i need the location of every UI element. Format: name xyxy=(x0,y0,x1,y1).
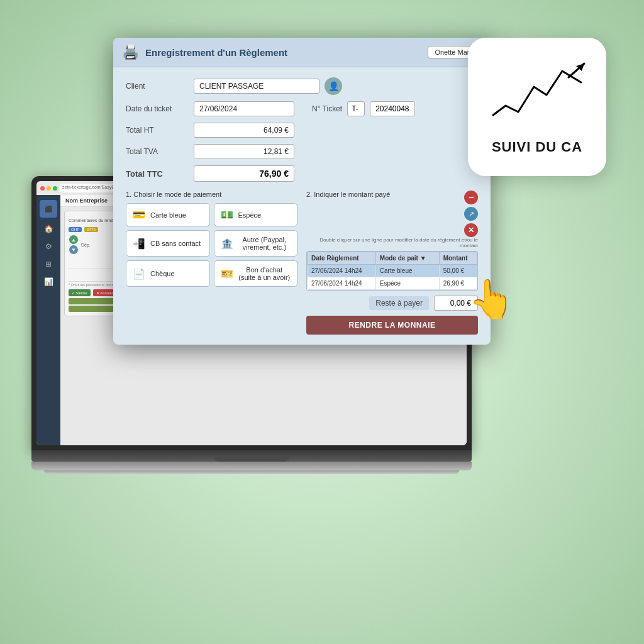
date-ticket-row: Date du ticket 27/06/2024 N° Ticket T- 2… xyxy=(126,101,478,116)
suivi-du-ca-badge: SUIVI DU CA xyxy=(468,38,606,176)
suivi-chart xyxy=(487,58,587,134)
col-dep: Dép. xyxy=(81,243,113,247)
espece-label: Espèce xyxy=(238,211,262,219)
total-ttc-label: Total TTC xyxy=(126,169,189,179)
total-tva-label: Total TVA xyxy=(126,147,189,156)
dot-yellow xyxy=(47,186,51,191)
bon-achat-label: Bon d'achat (suite à un avoir) xyxy=(238,266,291,281)
total-ttc-row: Total TTC 76,90 € xyxy=(126,165,478,182)
sort-up[interactable]: ▲ xyxy=(69,235,78,244)
tag-s4t5: S4T5 xyxy=(84,227,98,232)
browser-url: zefa-tickettage.com/EasyBell xyxy=(62,185,119,189)
cheque-icon: 📄 xyxy=(133,268,145,280)
sidebar-icon-chart[interactable]: 📊 xyxy=(42,275,55,288)
autre-icon: 🏦 xyxy=(221,238,233,250)
dialog-title: 🖨️ Enregistrement d'un Règlement xyxy=(122,44,287,60)
carte-bleue-icon: 💳 xyxy=(133,209,145,221)
ticket-number[interactable]: 20240048 xyxy=(370,101,414,116)
row1-montant: 50,00 € xyxy=(439,265,477,277)
dot-green xyxy=(53,186,57,191)
espece-btn[interactable]: 💵 Espèce xyxy=(214,203,298,226)
validate-btn[interactable]: ✓ Valider xyxy=(69,289,91,296)
amount-section: 2. Indiquer le montant payé − ↗ ✕ Double… xyxy=(306,191,478,335)
sidebar-icon-home[interactable]: 🏠 xyxy=(42,223,55,235)
autre-label: Autre (Paypal, virement, etc.) xyxy=(238,236,291,251)
sort-down[interactable]: ▼ xyxy=(69,245,78,254)
autre-btn[interactable]: 🏦 Autre (Paypal, virement, etc.) xyxy=(214,230,298,257)
dialog-title-text: Enregistrement d'un Règlement xyxy=(145,47,287,58)
total-ht-label: Total HT xyxy=(126,126,189,135)
total-tva-row: Total TVA 12,81 € xyxy=(126,144,478,159)
cheque-label: Chèque xyxy=(150,270,175,277)
dialog-titlebar: 🖨️ Enregistrement d'un Règlement Onette … xyxy=(113,38,491,67)
client-icon: 👤 xyxy=(325,77,342,95)
carte-bleue-btn[interactable]: 💳 Carte bleue xyxy=(126,203,210,226)
ticket-label: N° Ticket xyxy=(312,104,342,113)
laptop-base xyxy=(31,450,472,462)
remove-btn[interactable]: − xyxy=(464,191,478,204)
col-montant: Montant xyxy=(439,252,477,265)
payment-grid: 💳 Carte bleue 💵 Espèce 📲 CB sans contact… xyxy=(126,203,297,287)
col-date: Date Règlement xyxy=(308,252,376,265)
app-name: Nom Entreprise xyxy=(65,197,108,204)
bon-achat-btn[interactable]: 🎫 Bon d'achat (suite à un avoir) xyxy=(214,260,298,287)
resta-label: Reste à payer xyxy=(369,296,429,310)
total-ht-input: 64,09 € xyxy=(194,123,294,138)
hand-cursor-icon: 👆 xyxy=(468,277,518,327)
bon-achat-icon: 🎫 xyxy=(221,268,233,280)
resta-row: Reste à payer 0,00 € xyxy=(306,296,478,311)
payment-table: Date Règlement Mode de pait ▼ Montant 27… xyxy=(307,252,477,290)
row1-date: 27/06/2024 14h24 xyxy=(308,265,376,277)
sidebar-logo: ⬛ xyxy=(40,200,57,218)
share-btn[interactable]: ↗ xyxy=(464,207,478,221)
col-mode: Mode de pait ▼ xyxy=(375,252,439,265)
payment-mode-title: 1. Choisir le mode de paiement xyxy=(126,191,297,198)
date-input[interactable]: 27/06/2024 xyxy=(194,101,294,116)
sort-arrows: ▲ ▼ xyxy=(69,235,79,255)
browser-dots xyxy=(40,186,57,191)
ticket-section: N° Ticket T- 20240048 xyxy=(312,101,415,116)
dialog-title-icon: 🖨️ xyxy=(122,44,139,60)
client-input[interactable]: CLIENT PASSAGE xyxy=(194,79,319,94)
row1-mode: Carte bleue xyxy=(375,265,439,277)
row2-date: 27/06/2024 14h24 xyxy=(308,277,376,290)
rendre-monnaie-btn[interactable]: RENDRE LA MONNAIE xyxy=(306,316,478,335)
total-tva-input: 12,81 € xyxy=(194,144,294,159)
payment-modes: 1. Choisir le mode de paiement 💳 Carte b… xyxy=(126,191,297,335)
cb-sans-contact-label: CB sans contact xyxy=(150,240,201,247)
ticket-prefix: T- xyxy=(347,101,365,116)
tag-ght: GHT xyxy=(69,227,82,232)
amount-title: 2. Indiquer le montant payé xyxy=(306,191,390,198)
carte-bleue-label: Carte bleue xyxy=(150,211,186,219)
client-row: Client CLIENT PASSAGE 👤 xyxy=(126,77,478,95)
sidebar-icon-settings[interactable]: ⚙ xyxy=(42,240,55,253)
cb-sans-contact-btn[interactable]: 📲 CB sans contact xyxy=(126,230,210,257)
dialog-body: Client CLIENT PASSAGE 👤 Date du ticket 2… xyxy=(113,67,491,345)
table-row[interactable]: 27/06/2024 14h24 Espèce 26,90 € xyxy=(308,277,477,290)
total-ht-row: Total HT 64,09 € xyxy=(126,123,478,138)
client-label: Client xyxy=(126,82,189,91)
row2-mode: Espèce xyxy=(375,277,439,290)
laptop-foot xyxy=(44,470,459,474)
cheque-btn[interactable]: 📄 Chèque xyxy=(126,260,210,287)
dot-red xyxy=(40,186,45,191)
suivi-label: SUIVI DU CA xyxy=(492,139,582,155)
payment-note: Double cliquer sur une ligne pour modifi… xyxy=(306,237,478,248)
cb-sans-contact-icon: 📲 xyxy=(133,238,145,250)
sidebar-icon-grid[interactable]: ⊞ xyxy=(42,258,55,270)
payment-dialog: 🖨️ Enregistrement d'un Règlement Onette … xyxy=(113,38,491,345)
payment-section: 1. Choisir le mode de paiement 💳 Carte b… xyxy=(126,191,478,335)
payment-table-scroll[interactable]: Date Règlement Mode de pait ▼ Montant 27… xyxy=(306,251,478,291)
app-sidebar: ⬛ 🏠 ⚙ ⊞ 📊 xyxy=(36,195,60,445)
date-label: Date du ticket xyxy=(126,104,189,113)
close-x-btn[interactable]: ✕ xyxy=(464,223,478,237)
espece-icon: 💵 xyxy=(221,209,233,221)
total-ttc-input: 76,90 € xyxy=(194,165,294,182)
laptop-stand xyxy=(31,462,472,470)
table-row[interactable]: 27/06/2024 14h24 Carte bleue 50,00 € xyxy=(308,265,477,277)
